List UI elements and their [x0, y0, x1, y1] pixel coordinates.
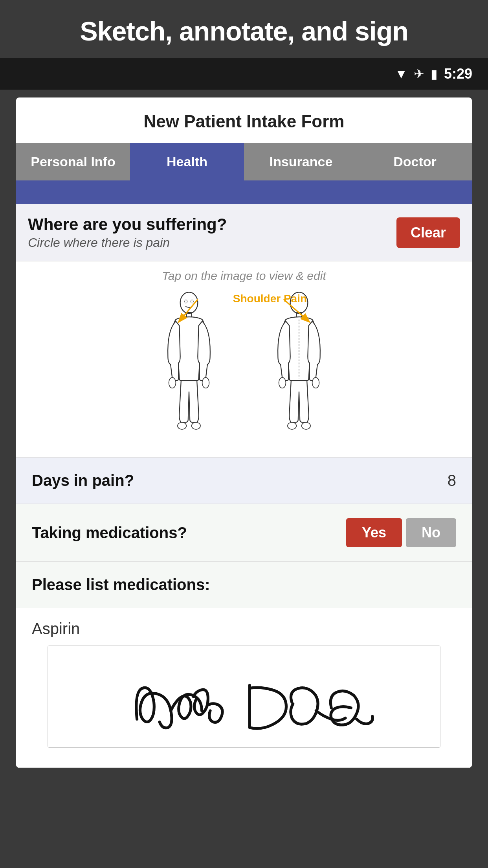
- svg-point-6: [185, 300, 187, 303]
- tab-insurance[interactable]: Insurance: [244, 143, 358, 180]
- svg-point-13: [279, 377, 286, 388]
- app-title: Sketch, annotate, and sign: [8, 16, 480, 46]
- svg-point-5: [192, 422, 200, 429]
- airplane-icon: ✈: [414, 66, 424, 81]
- pain-section-header: Where are you suffering? Circle where th…: [16, 204, 472, 261]
- signature-svg: [48, 646, 440, 747]
- body-diagram[interactable]: Tap on the image to view & edit Shoulder…: [16, 261, 472, 458]
- pain-title: Where are you suffering?: [28, 215, 227, 234]
- tap-hint: Tap on the image to view & edit: [28, 269, 460, 283]
- active-indicator-bar: [16, 180, 472, 204]
- form-container: New Patient Intake Form Personal Info He…: [16, 97, 472, 768]
- taking-medications-field: Taking medications? Yes No: [16, 504, 472, 562]
- form-title: New Patient Intake Form: [16, 97, 472, 143]
- svg-point-7: [191, 300, 193, 303]
- status-icons: ▼ ✈ ▮ 5:29: [395, 66, 472, 82]
- svg-point-2: [169, 377, 176, 388]
- body-back-svg: [260, 291, 338, 440]
- medication-text[interactable]: Aspirin: [32, 620, 456, 638]
- svg-point-3: [202, 377, 209, 388]
- shoulder-pain-label: Shoulder Pain: [233, 292, 307, 305]
- medications-input-area: Aspirin: [16, 608, 472, 768]
- signature-area[interactable]: [48, 645, 440, 748]
- pain-title-group: Where are you suffering? Circle where th…: [28, 215, 227, 250]
- tab-personal-info[interactable]: Personal Info: [16, 143, 130, 180]
- body-front-svg: [150, 291, 228, 440]
- days-in-pain-field: Days in pain? 8: [16, 458, 472, 504]
- yes-no-buttons: Yes No: [346, 518, 456, 547]
- status-time: 5:29: [444, 66, 472, 82]
- wifi-icon: ▼: [395, 67, 407, 81]
- days-in-pain-value[interactable]: 8: [448, 472, 456, 489]
- taking-medications-label: Taking medications?: [32, 524, 187, 542]
- svg-point-14: [312, 377, 319, 388]
- body-figures: Shoulder Pain: [28, 287, 460, 445]
- medications-section: Please list medications:: [16, 562, 472, 608]
- days-in-pain-label: Days in pain?: [32, 472, 134, 489]
- tabs: Personal Info Health Insurance Doctor: [16, 143, 472, 180]
- status-bar: ▼ ✈ ▮ 5:29: [0, 58, 488, 90]
- svg-point-15: [288, 422, 296, 429]
- pain-subtitle: Circle where there is pain: [28, 235, 227, 250]
- no-button[interactable]: No: [406, 518, 456, 547]
- yes-button[interactable]: Yes: [346, 518, 402, 547]
- tab-doctor[interactable]: Doctor: [358, 143, 472, 180]
- body-front: [150, 291, 228, 441]
- tab-health[interactable]: Health: [130, 143, 244, 180]
- svg-point-4: [178, 422, 186, 429]
- medications-list-label: Please list medications:: [32, 576, 456, 594]
- battery-icon: ▮: [431, 66, 438, 81]
- body-back: [260, 291, 338, 441]
- svg-point-16: [302, 422, 310, 429]
- app-header: Sketch, annotate, and sign: [0, 0, 488, 58]
- clear-button[interactable]: Clear: [396, 217, 460, 248]
